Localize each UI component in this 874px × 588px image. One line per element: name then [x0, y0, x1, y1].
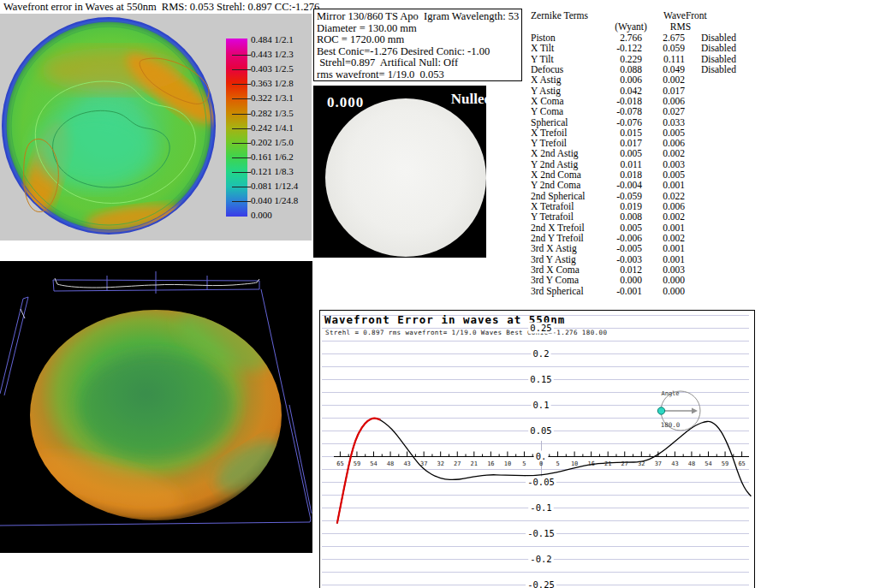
- svg-text:0.1: 0.1: [533, 400, 550, 410]
- svg-text:27: 27: [621, 460, 628, 467]
- cell-name: X Trefoil: [531, 128, 614, 138]
- svg-text:0: 0: [539, 460, 543, 467]
- svg-text:37: 37: [655, 460, 662, 467]
- table-row: 2nd X Trefoil0.0050.001: [531, 223, 783, 233]
- cell-wyant: 0.000: [614, 275, 642, 285]
- cell-status: [685, 243, 783, 253]
- cell-status: Disabled: [685, 64, 783, 74]
- cell-wyant: 0.015: [614, 128, 642, 138]
- scale-label: 0.202 1/5.0: [251, 137, 294, 148]
- zernike-rows: Piston2.7662.675DisabledX Tilt-0.1220.05…: [531, 33, 783, 296]
- angle-handle-dot[interactable]: [657, 407, 664, 414]
- angle-indicator[interactable]: Angle180.0: [657, 390, 700, 431]
- scale-label: 0.000: [251, 210, 272, 221]
- cell-rms: 0.000: [642, 286, 685, 296]
- cell-wyant: 0.018: [614, 169, 642, 180]
- cell-status: [685, 169, 783, 180]
- table-row: Y Tilt0.2290.111Disabled: [531, 54, 783, 64]
- table-row: X Tilt-0.1220.059Disabled: [531, 43, 783, 53]
- svg-text:59: 59: [722, 460, 728, 467]
- cell-rms: 0.049: [642, 64, 685, 74]
- cell-wyant: 0.006: [614, 74, 642, 85]
- profile-plot-panel[interactable]: Wavefront Error in waves at 550nm Strehl…: [319, 310, 755, 588]
- svg-text:43: 43: [403, 460, 410, 467]
- igram-status-label: Nulled: [451, 91, 486, 108]
- scale-tick-line: [232, 187, 251, 187]
- info-line: Strehl=0.897 Artifical Null: Off: [317, 57, 519, 69]
- cell-rms: 0.002: [642, 74, 685, 85]
- cell-name: X Tetrafoil: [531, 201, 614, 211]
- scale-label: 0.363 1/2.8: [251, 78, 294, 89]
- svg-text:10: 10: [504, 460, 511, 467]
- info-line: rms wavefront= 1/19.0 0.053: [317, 69, 519, 81]
- cell-wyant: -0.059: [614, 191, 642, 201]
- table-row: 2nd Spherical-0.0590.022: [531, 191, 783, 201]
- igram-panel[interactable]: 0.000 Nulled: [313, 86, 486, 258]
- table-row: Y 2nd Astig0.0110.003: [531, 159, 783, 169]
- table-row: X Astig0.0060.002: [531, 74, 783, 85]
- cell-name: X Astig: [531, 74, 614, 85]
- table-row: Y 2nd Coma-0.0040.001: [531, 180, 783, 190]
- table-row: Piston2.7662.675Disabled: [531, 33, 783, 43]
- cell-wyant: -0.076: [614, 117, 642, 128]
- cell-rms: 0.003: [642, 159, 685, 169]
- cell-status: [685, 275, 783, 285]
- cell-wyant: 0.005: [614, 223, 642, 233]
- svg-text:37: 37: [420, 460, 427, 467]
- cell-wyant: -0.001: [614, 286, 642, 296]
- cell-rms: 0.006: [642, 96, 685, 106]
- scale-tick-line: [232, 157, 251, 158]
- svg-text:5: 5: [522, 460, 526, 467]
- cell-rms: 0.002: [642, 148, 685, 158]
- zernike-table-title: Zernike Terms: [531, 10, 588, 21]
- svg-text:27: 27: [454, 460, 461, 467]
- cell-rms: 0.006: [642, 138, 685, 148]
- cell-rms: 0.002: [642, 233, 685, 243]
- cell-name: X Tilt: [531, 43, 614, 53]
- cell-rms: 2.675: [642, 33, 685, 43]
- table-row: X 2nd Coma0.0180.005: [531, 169, 783, 180]
- table-row: Spherical-0.0760.033: [531, 117, 783, 128]
- svg-text:48: 48: [387, 460, 394, 467]
- cell-name: 3rd X Astig: [531, 243, 614, 253]
- cell-status: [685, 106, 783, 116]
- scale-tick-line: [232, 69, 251, 70]
- cell-rms: 0.005: [642, 169, 685, 180]
- cell-status: [685, 211, 783, 222]
- angle-label: Angle: [661, 390, 679, 397]
- table-row: 3rd Spherical-0.0010.000: [531, 286, 783, 296]
- curve-highlight-segment: [337, 419, 381, 524]
- wavefront-analysis-screen: Wavefront error in Waves at 550nm RMS: 0…: [0, 0, 874, 588]
- cell-wyant: 0.042: [614, 86, 642, 96]
- info-line: Best Conic=-1.276 Desired Conic: -1.00: [317, 46, 519, 58]
- cell-wyant: -0.003: [614, 254, 642, 264]
- zernike-table: Zernike Terms WaveFront (Wyant) RMS Pist…: [531, 5, 783, 300]
- cell-wyant: 0.008: [614, 211, 642, 222]
- cell-wyant: -0.018: [614, 96, 642, 106]
- cell-status: [685, 201, 783, 211]
- cell-rms: 0.005: [642, 128, 685, 138]
- cell-name: 3rd X Coma: [531, 264, 614, 275]
- cell-wyant: 0.088: [614, 64, 642, 74]
- cell-wyant: -0.004: [614, 180, 642, 190]
- info-line: ROC = 1720.00 mm: [317, 34, 519, 46]
- scale-label: 0.484 1/2.1: [251, 34, 294, 45]
- x-axis-labels: 6559544843373227211610505101621273237434…: [336, 460, 746, 467]
- zernike-rms-header: WaveFront: [663, 10, 707, 21]
- cell-name: Y 2nd Astig: [531, 159, 614, 169]
- cell-wyant: 0.017: [614, 138, 642, 148]
- cell-wyant: 0.011: [614, 159, 642, 169]
- zernike-table-header: Zernike Terms WaveFront (Wyant) RMS: [531, 5, 783, 33]
- cell-rms: 0.017: [642, 86, 685, 96]
- cell-wyant: -0.122: [614, 43, 642, 53]
- scale-label: 0.040 1/24.8: [251, 195, 298, 206]
- cell-rms: 0.006: [642, 201, 685, 211]
- table-row: 3rd X Coma0.0120.003: [531, 264, 783, 275]
- cell-rms: 0.003: [642, 264, 685, 275]
- table-row: Defocus0.0880.049Disabled: [531, 64, 783, 74]
- cell-status: [685, 180, 783, 190]
- svg-text:5: 5: [556, 460, 559, 467]
- 3d-wavefront-panel[interactable]: [0, 261, 312, 553]
- cell-name: Y Tilt: [531, 54, 614, 64]
- scale-label: 0.161 1/6.2: [251, 151, 294, 163]
